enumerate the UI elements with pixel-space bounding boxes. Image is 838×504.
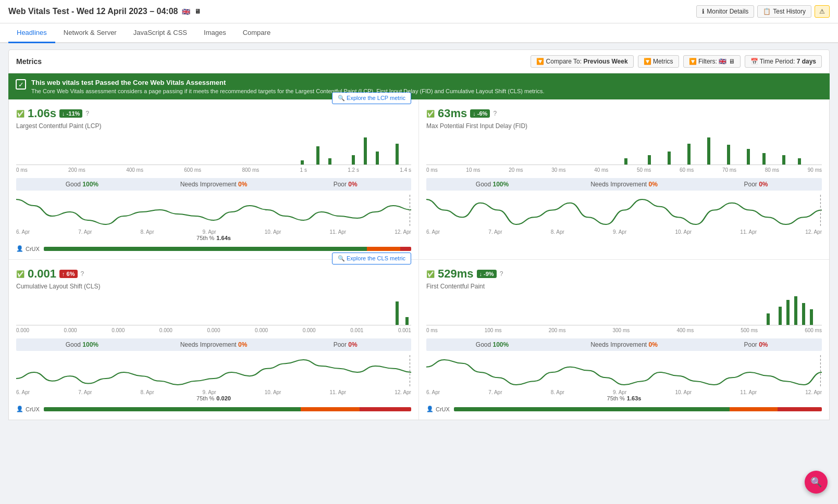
- axis-label: 60 ms: [680, 167, 694, 173]
- axis-label: 1 s: [300, 167, 307, 173]
- date-label: 7. Apr: [78, 389, 92, 395]
- crux-bar-fcp: [454, 407, 822, 411]
- pct-good-lcp: Good 100%: [16, 181, 148, 188]
- pct-poor-fid: Poor 0%: [690, 181, 822, 188]
- axis-label: 70 ms: [722, 167, 736, 173]
- crux-bar-cls: [44, 407, 411, 411]
- hist-axis-fid: 0 ms10 ms20 ms30 ms40 ms50 ms60 ms70 ms8…: [426, 166, 822, 174]
- crux-row-fcp: 👤 CrUX: [426, 406, 822, 412]
- crux-label-cls: 👤 CrUX: [16, 406, 40, 412]
- time-period-button[interactable]: 📅 Time Period: 7 days: [745, 55, 822, 68]
- tab-network-server[interactable]: Network & Server: [55, 23, 125, 43]
- axis-label: 0.000: [64, 327, 77, 333]
- date-label: 11. Apr: [740, 389, 757, 395]
- axis-label: 500 ms: [741, 327, 758, 333]
- pct-ni-lcp: Needs Improvement 0%: [148, 181, 280, 188]
- pct-row-fcp: Good 100% Needs Improvement 0% Poor 0%: [426, 338, 822, 351]
- axis-label: 0.001: [398, 327, 411, 333]
- date-label: 9. Apr: [613, 229, 626, 235]
- metric-header-cls: ✅ 0.001 ↑ 6% ?: [16, 267, 84, 281]
- date-label: 8. Apr: [140, 229, 154, 235]
- pct-ni-cls: Needs Improvement 0%: [148, 341, 280, 348]
- metric-card-cls: ✅ 0.001 ↑ 6% ? 🔍 Explore the CLS metric …: [9, 260, 419, 420]
- axis-label: 100 ms: [485, 327, 502, 333]
- sparkline-lcp: [16, 195, 411, 226]
- monitor-details-button[interactable]: ℹ Monitor Details: [696, 5, 754, 18]
- crux-bar-lcp: [44, 247, 411, 251]
- metrics-controls: 🔽 Compare To: Previous Week 🔽 Metrics 🔽 …: [531, 55, 822, 68]
- flag-icon: 🇬🇧: [182, 8, 190, 16]
- help-icon-fid[interactable]: ?: [493, 110, 497, 117]
- tab-javascript-css[interactable]: JavaScript & CSS: [125, 23, 195, 43]
- sparkline-axis-lcp: 6. Apr7. Apr8. Apr9. Apr10. Apr11. Apr12…: [16, 229, 411, 235]
- metrics-grid: ✅ 1.06s ↓ -11% ? 🔍 Explore the LCP metri…: [8, 99, 830, 420]
- filters-button[interactable]: 🔽 Filters: 🇬🇧 🖥: [683, 55, 741, 68]
- pct-row-lcp: Good 100% Needs Improvement 0% Poor 0%: [16, 178, 411, 191]
- metric-card-fcp: ✅ 529ms ↓ -9% ? First Contentful Paint 0…: [419, 260, 829, 420]
- date-label: 7. Apr: [488, 229, 502, 235]
- histogram-fcp: [426, 294, 822, 325]
- crux-text: CrUX: [26, 406, 40, 412]
- histogram-lcp: [16, 134, 411, 165]
- hist-axis-lcp: 0 ms200 ms400 ms600 ms800 ms1 s1.2 s1.4 …: [16, 166, 411, 174]
- header-actions: ℹ Monitor Details 📋 Test History ⚠: [696, 5, 830, 18]
- crux-label-fcp: 👤 CrUX: [426, 406, 450, 412]
- pct-poor-fcp: Poor 0%: [690, 341, 822, 348]
- check-icon-fcp: ✅: [426, 270, 435, 278]
- explore-cls-button[interactable]: 🔍 Explore the CLS metric: [332, 253, 411, 264]
- person-icon: 👤: [426, 406, 434, 412]
- pct-good-fcp: Good 100%: [426, 341, 558, 348]
- crux-green-seg: [44, 407, 301, 411]
- nav-tabs: Headlines Network & Server JavaScript & …: [0, 23, 838, 43]
- tab-compare[interactable]: Compare: [235, 23, 279, 43]
- crux-row-lcp: 👤 CrUX: [16, 245, 411, 252]
- axis-label: 0.000: [303, 327, 316, 333]
- axis-label: 400 ms: [126, 167, 143, 173]
- pct-ni-fcp: Needs Improvement 0%: [558, 341, 690, 348]
- date-label: 12. Apr: [805, 229, 822, 235]
- metrics-filter-button[interactable]: 🔽 Metrics: [638, 55, 679, 68]
- axis-label: 0 ms: [426, 327, 438, 333]
- axis-label: 0 ms: [426, 167, 438, 173]
- tab-images[interactable]: Images: [195, 23, 235, 43]
- date-label: 8. Apr: [140, 389, 154, 395]
- metric-header-fid: ✅ 63ms ↓ -6% ?: [426, 107, 497, 120]
- metric-badge-cls: ↑ 6%: [59, 270, 77, 278]
- pct-row-cls: Good 100% Needs Improvement 0% Poor 0%: [16, 338, 411, 351]
- help-icon-cls[interactable]: ?: [81, 270, 84, 278]
- compare-to-button[interactable]: 🔽 Compare To: Previous Week: [531, 55, 633, 68]
- crux-orange-seg: [367, 247, 400, 251]
- help-icon-lcp[interactable]: ?: [85, 110, 89, 117]
- metric-badge-lcp: ↓ -11%: [59, 109, 82, 118]
- metric-name-lcp: Largest Contentful Paint (LCP): [16, 122, 411, 130]
- date-label: 9. Apr: [203, 389, 216, 395]
- histogram-cls: [16, 294, 411, 325]
- monitor-icon: 🖥: [194, 8, 201, 15]
- histogram-fid: [426, 134, 822, 165]
- axis-label: 40 ms: [594, 167, 608, 173]
- date-label: 6. Apr: [16, 229, 30, 235]
- check-icon-cls: ✅: [16, 270, 24, 278]
- date-label: 11. Apr: [330, 229, 347, 235]
- pct-poor-cls: Poor 0%: [279, 341, 411, 348]
- pass-checkmark: ✓: [16, 79, 26, 90]
- date-label: 11. Apr: [740, 229, 757, 235]
- help-icon-fcp[interactable]: ?: [500, 270, 503, 278]
- tab-headlines[interactable]: Headlines: [8, 23, 55, 43]
- check-icon-lcp: ✅: [16, 110, 24, 118]
- metric-value-cls: 0.001: [28, 267, 56, 281]
- warning-icon: ⚠: [819, 8, 825, 15]
- sparkline-axis-cls: 6. Apr7. Apr8. Apr9. Apr10. Apr11. Apr12…: [16, 389, 411, 395]
- date-label: 6. Apr: [426, 389, 440, 395]
- date-label: 7. Apr: [488, 389, 502, 395]
- warning-button[interactable]: ⚠: [815, 5, 830, 18]
- test-history-button[interactable]: 📋 Test History: [757, 5, 811, 18]
- date-label: 12. Apr: [395, 229, 411, 235]
- crux-text: CrUX: [436, 406, 450, 412]
- axis-label: 30 ms: [551, 167, 565, 173]
- date-label: 10. Apr: [265, 229, 281, 235]
- metric-name-fcp: First Contentful Paint: [426, 283, 822, 290]
- axis-label: 1.2 s: [348, 167, 359, 173]
- axis-label: 800 ms: [242, 167, 259, 173]
- axis-label: 0.000: [255, 327, 268, 333]
